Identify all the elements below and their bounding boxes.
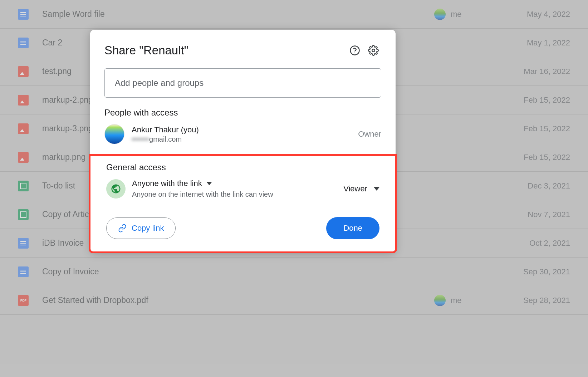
help-icon	[349, 45, 360, 56]
owner-name: Ankur Thakur (you)	[132, 125, 358, 134]
owner-row: Ankur Thakur (you) •••••••gmail.com Owne…	[104, 124, 381, 144]
gear-icon	[368, 45, 379, 56]
copy-link-button[interactable]: Copy link	[106, 217, 176, 239]
people-with-access-heading: People with access	[104, 108, 381, 118]
add-people-input[interactable]	[104, 68, 381, 98]
chevron-down-icon	[374, 187, 379, 191]
svg-point-2	[372, 49, 375, 52]
owner-avatar	[104, 124, 124, 144]
link-icon	[118, 224, 127, 232]
share-dialog: Share "Renault" People with access Ankur…	[90, 30, 396, 252]
highlighted-general-access: General access Anyone with the link Anyo…	[89, 154, 397, 253]
dialog-title: Share "Renault"	[104, 44, 344, 57]
general-access-heading: General access	[106, 162, 379, 172]
svg-point-0	[351, 46, 359, 55]
help-button[interactable]	[347, 43, 363, 58]
svg-point-1	[354, 53, 355, 53]
copy-link-label: Copy link	[132, 224, 164, 233]
settings-button[interactable]	[366, 43, 381, 58]
globe-icon	[106, 179, 126, 199]
owner-info: Ankur Thakur (you) •••••••gmail.com	[132, 125, 358, 143]
owner-role: Owner	[358, 129, 381, 139]
dialog-footer: Copy link Done	[106, 217, 379, 239]
role-dropdown[interactable]: Viewer	[343, 184, 379, 194]
access-type-label: Anyone with the link	[132, 179, 202, 188]
owner-email: •••••••gmail.com	[132, 135, 358, 143]
role-label: Viewer	[343, 184, 367, 194]
chevron-down-icon	[206, 182, 212, 185]
done-button[interactable]: Done	[326, 217, 379, 239]
access-description: Anyone on the internet with the link can…	[132, 190, 343, 199]
dialog-header: Share "Renault"	[104, 43, 381, 58]
access-info: Anyone with the link Anyone on the inter…	[132, 179, 343, 199]
general-access-row: Anyone with the link Anyone on the inter…	[106, 179, 379, 199]
access-type-dropdown[interactable]: Anyone with the link	[132, 179, 212, 188]
